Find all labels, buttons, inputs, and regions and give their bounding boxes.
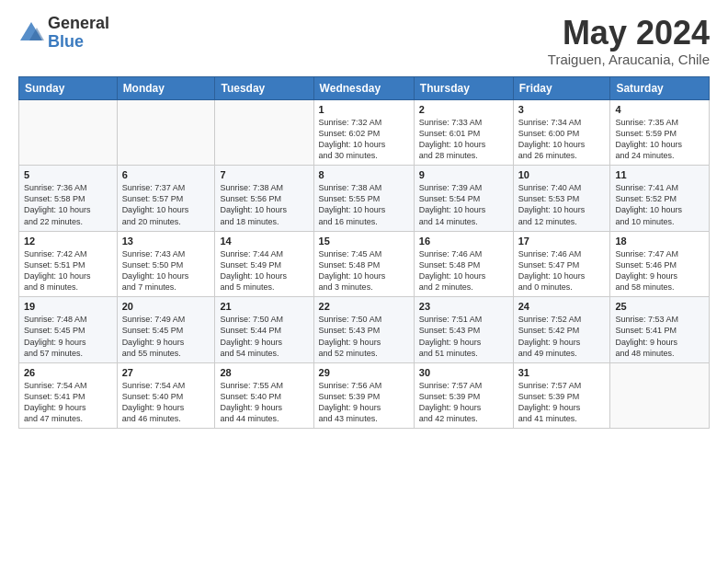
title-area: May 2024 Traiguen, Araucania, Chile [548, 15, 710, 67]
weekday-header-friday: Friday [513, 76, 610, 99]
calendar-cell: 13Sunrise: 7:43 AM Sunset: 5:50 PM Dayli… [117, 231, 215, 297]
day-info: Sunrise: 7:43 AM Sunset: 5:50 PM Dayligh… [122, 248, 210, 293]
day-number: 25 [615, 301, 704, 312]
logo-blue-text: Blue [48, 33, 109, 52]
day-info: Sunrise: 7:56 AM Sunset: 5:39 PM Dayligh… [319, 380, 409, 425]
calendar-cell: 16Sunrise: 7:46 AM Sunset: 5:48 PM Dayli… [414, 231, 513, 297]
day-number: 23 [419, 301, 508, 312]
calendar-cell: 12Sunrise: 7:42 AM Sunset: 5:51 PM Dayli… [19, 231, 118, 297]
weekday-header-tuesday: Tuesday [215, 76, 313, 99]
day-number: 7 [220, 169, 308, 180]
day-number: 3 [518, 104, 606, 115]
calendar-cell: 17Sunrise: 7:46 AM Sunset: 5:47 PM Dayli… [513, 231, 610, 297]
day-info: Sunrise: 7:50 AM Sunset: 5:44 PM Dayligh… [220, 314, 308, 359]
weekday-header-row: SundayMondayTuesdayWednesdayThursdayFrid… [19, 76, 710, 99]
week-row-4: 19Sunrise: 7:48 AM Sunset: 5:45 PM Dayli… [19, 297, 710, 363]
day-number: 5 [24, 169, 112, 180]
calendar-cell: 25Sunrise: 7:53 AM Sunset: 5:41 PM Dayli… [610, 297, 710, 363]
day-number: 16 [419, 236, 508, 247]
day-number: 18 [615, 236, 704, 247]
calendar-cell: 24Sunrise: 7:52 AM Sunset: 5:42 PM Dayli… [513, 297, 610, 363]
page: General Blue May 2024 Traiguen, Araucani… [0, 0, 728, 443]
calendar-cell: 2Sunrise: 7:33 AM Sunset: 6:01 PM Daylig… [414, 99, 513, 166]
weekday-header-sunday: Sunday [19, 76, 118, 99]
calendar-cell [610, 362, 710, 429]
day-info: Sunrise: 7:46 AM Sunset: 5:47 PM Dayligh… [518, 248, 606, 293]
calendar-cell: 26Sunrise: 7:54 AM Sunset: 5:41 PM Dayli… [19, 362, 118, 429]
calendar-cell: 18Sunrise: 7:47 AM Sunset: 5:46 PM Dayli… [610, 231, 710, 297]
logo: General Blue [18, 15, 109, 52]
weekday-header-wednesday: Wednesday [313, 76, 414, 99]
day-number: 11 [615, 169, 704, 180]
day-info: Sunrise: 7:57 AM Sunset: 5:39 PM Dayligh… [419, 380, 508, 425]
logo-icon [18, 20, 44, 46]
calendar-cell: 31Sunrise: 7:57 AM Sunset: 5:39 PM Dayli… [513, 362, 610, 429]
day-info: Sunrise: 7:42 AM Sunset: 5:51 PM Dayligh… [24, 248, 112, 293]
day-number: 28 [220, 367, 308, 378]
day-number: 19 [24, 301, 112, 312]
calendar-cell: 1Sunrise: 7:32 AM Sunset: 6:02 PM Daylig… [313, 99, 414, 166]
logo-text: General Blue [48, 15, 109, 52]
day-info: Sunrise: 7:54 AM Sunset: 5:41 PM Dayligh… [24, 380, 112, 425]
day-info: Sunrise: 7:55 AM Sunset: 5:40 PM Dayligh… [220, 380, 308, 425]
day-number: 8 [319, 169, 409, 180]
day-info: Sunrise: 7:48 AM Sunset: 5:45 PM Dayligh… [24, 314, 112, 359]
day-number: 27 [122, 367, 210, 378]
calendar-cell: 15Sunrise: 7:45 AM Sunset: 5:48 PM Dayli… [313, 231, 414, 297]
weekday-header-monday: Monday [117, 76, 215, 99]
calendar-cell: 4Sunrise: 7:35 AM Sunset: 5:59 PM Daylig… [610, 99, 710, 166]
week-row-2: 5Sunrise: 7:36 AM Sunset: 5:58 PM Daylig… [19, 166, 710, 232]
day-number: 12 [24, 236, 112, 247]
calendar-cell [19, 99, 118, 166]
day-info: Sunrise: 7:53 AM Sunset: 5:41 PM Dayligh… [615, 314, 704, 359]
day-info: Sunrise: 7:45 AM Sunset: 5:48 PM Dayligh… [319, 248, 409, 293]
calendar-cell: 30Sunrise: 7:57 AM Sunset: 5:39 PM Dayli… [414, 362, 513, 429]
day-info: Sunrise: 7:44 AM Sunset: 5:49 PM Dayligh… [220, 248, 308, 293]
calendar-cell: 19Sunrise: 7:48 AM Sunset: 5:45 PM Dayli… [19, 297, 118, 363]
calendar-cell: 8Sunrise: 7:38 AM Sunset: 5:55 PM Daylig… [313, 166, 414, 232]
calendar-cell: 6Sunrise: 7:37 AM Sunset: 5:57 PM Daylig… [117, 166, 215, 232]
calendar-cell: 21Sunrise: 7:50 AM Sunset: 5:44 PM Dayli… [215, 297, 313, 363]
calendar-cell: 9Sunrise: 7:39 AM Sunset: 5:54 PM Daylig… [414, 166, 513, 232]
day-info: Sunrise: 7:46 AM Sunset: 5:48 PM Dayligh… [419, 248, 508, 293]
day-info: Sunrise: 7:35 AM Sunset: 5:59 PM Dayligh… [615, 117, 704, 162]
calendar-cell: 7Sunrise: 7:38 AM Sunset: 5:56 PM Daylig… [215, 166, 313, 232]
day-number: 6 [122, 169, 210, 180]
day-number: 17 [518, 236, 606, 247]
week-row-1: 1Sunrise: 7:32 AM Sunset: 6:02 PM Daylig… [19, 99, 710, 166]
day-info: Sunrise: 7:33 AM Sunset: 6:01 PM Dayligh… [419, 117, 508, 162]
day-number: 9 [419, 169, 508, 180]
calendar-cell: 14Sunrise: 7:44 AM Sunset: 5:49 PM Dayli… [215, 231, 313, 297]
day-number: 31 [518, 367, 606, 378]
calendar-cell: 10Sunrise: 7:40 AM Sunset: 5:53 PM Dayli… [513, 166, 610, 232]
calendar-cell: 22Sunrise: 7:50 AM Sunset: 5:43 PM Dayli… [313, 297, 414, 363]
day-info: Sunrise: 7:41 AM Sunset: 5:52 PM Dayligh… [615, 182, 704, 227]
day-info: Sunrise: 7:51 AM Sunset: 5:43 PM Dayligh… [419, 314, 508, 359]
day-info: Sunrise: 7:39 AM Sunset: 5:54 PM Dayligh… [419, 182, 508, 227]
day-number: 1 [319, 104, 409, 115]
calendar-cell: 11Sunrise: 7:41 AM Sunset: 5:52 PM Dayli… [610, 166, 710, 232]
calendar-cell: 28Sunrise: 7:55 AM Sunset: 5:40 PM Dayli… [215, 362, 313, 429]
calendar-cell: 20Sunrise: 7:49 AM Sunset: 5:45 PM Dayli… [117, 297, 215, 363]
calendar-cell: 23Sunrise: 7:51 AM Sunset: 5:43 PM Dayli… [414, 297, 513, 363]
logo-general-text: General [48, 15, 109, 33]
weekday-header-thursday: Thursday [414, 76, 513, 99]
day-number: 14 [220, 236, 308, 247]
day-number: 2 [419, 104, 508, 115]
day-number: 24 [518, 301, 606, 312]
day-number: 26 [24, 367, 112, 378]
calendar-cell: 29Sunrise: 7:56 AM Sunset: 5:39 PM Dayli… [313, 362, 414, 429]
week-row-3: 12Sunrise: 7:42 AM Sunset: 5:51 PM Dayli… [19, 231, 710, 297]
calendar-cell [215, 99, 313, 166]
weekday-header-saturday: Saturday [610, 76, 710, 99]
header: General Blue May 2024 Traiguen, Araucani… [18, 15, 710, 67]
day-info: Sunrise: 7:52 AM Sunset: 5:42 PM Dayligh… [518, 314, 606, 359]
day-number: 30 [419, 367, 508, 378]
calendar-cell: 3Sunrise: 7:34 AM Sunset: 6:00 PM Daylig… [513, 99, 610, 166]
calendar-cell: 5Sunrise: 7:36 AM Sunset: 5:58 PM Daylig… [19, 166, 118, 232]
month-year: May 2024 [548, 15, 710, 52]
day-info: Sunrise: 7:37 AM Sunset: 5:57 PM Dayligh… [122, 182, 210, 227]
day-number: 13 [122, 236, 210, 247]
day-info: Sunrise: 7:40 AM Sunset: 5:53 PM Dayligh… [518, 182, 606, 227]
day-info: Sunrise: 7:36 AM Sunset: 5:58 PM Dayligh… [24, 182, 112, 227]
